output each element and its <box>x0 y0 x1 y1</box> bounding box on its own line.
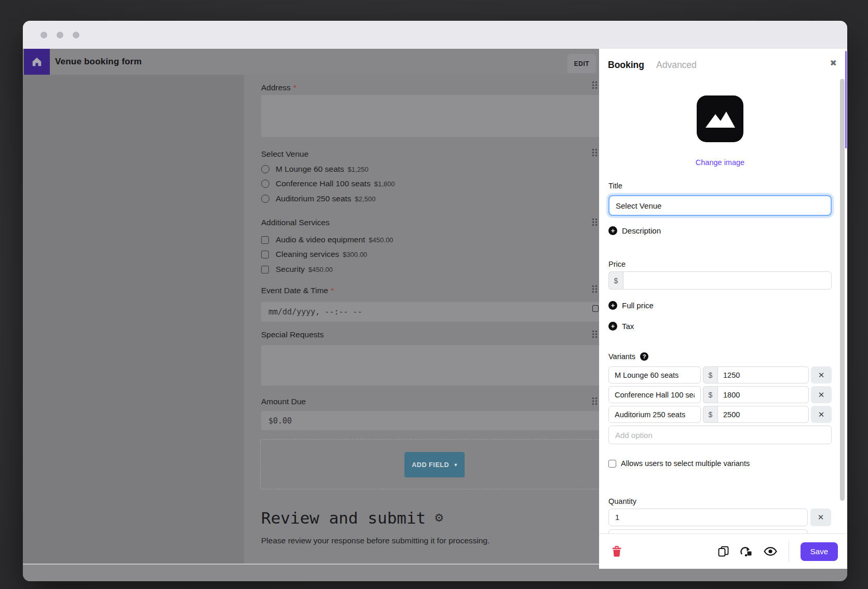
add-field-button: ADD FIELD ▾ <box>404 452 465 477</box>
special-requests-textarea <box>261 345 599 386</box>
edit-button: EDIT <box>567 54 596 73</box>
variants-label: Variants ? <box>608 352 648 361</box>
field-drag-handle <box>592 285 598 293</box>
save-button[interactable]: Save <box>801 542 838 561</box>
checkbox-icon <box>261 266 269 273</box>
image-placeholder-icon[interactable] <box>697 95 743 142</box>
amount-due-field: $0.00 <box>261 411 599 430</box>
form-canvas: Address* Select Venue M Lounge 60 seats … <box>23 75 599 564</box>
calendar-icon <box>592 305 599 312</box>
selected-field-accent-edge <box>845 51 847 148</box>
currency-addon: $ <box>703 366 717 383</box>
title-label: Title <box>608 182 622 190</box>
radio-option: Conference Hall 100 seats $1,800 <box>261 177 395 190</box>
variant-price-input[interactable] <box>717 366 809 383</box>
field-label-address: Address* <box>261 83 296 92</box>
remove-variant-button[interactable]: ✕ <box>811 366 832 383</box>
variant-row: $ ✕ <box>608 406 832 423</box>
required-asterisk: * <box>331 286 334 295</box>
variant-row: $ ✕ <box>608 366 832 383</box>
chevron-down-icon: ▾ <box>454 462 457 468</box>
tab-booking[interactable]: Booking <box>608 60 644 71</box>
review-note: Please review your response before submi… <box>261 536 490 545</box>
plus-circle-icon: + <box>608 322 617 331</box>
clear-quantity-button[interactable]: ✕ <box>810 509 831 526</box>
checkbox-icon[interactable] <box>608 460 616 468</box>
checkbox-option: Security $450.00 <box>261 263 333 276</box>
home-button <box>24 49 50 75</box>
next-field-edge <box>608 529 808 533</box>
radio-option: Auditorium 250 seats $2,500 <box>261 193 375 205</box>
window-control-dot[interactable] <box>73 32 79 38</box>
trash-icon <box>612 546 622 557</box>
form-title: Venue booking form <box>55 49 142 75</box>
quantity-label: Quantity <box>608 497 636 505</box>
quantity-input[interactable] <box>608 509 808 526</box>
price-input[interactable] <box>623 271 832 290</box>
radio-button-icon <box>261 195 269 203</box>
field-drag-handle <box>592 397 598 405</box>
duplicate-field-button[interactable] <box>718 546 729 557</box>
currency-addon: $ <box>608 271 623 290</box>
field-drag-handle <box>592 81 598 89</box>
required-asterisk: * <box>293 83 296 92</box>
checkbox-icon <box>261 251 269 258</box>
variant-name-input[interactable] <box>608 386 701 403</box>
move-field-button[interactable] <box>740 546 752 557</box>
delete-field-button[interactable] <box>612 546 622 557</box>
title-input[interactable] <box>608 195 832 216</box>
address-textarea <box>261 95 599 137</box>
field-label-select-venue: Select Venue <box>261 149 308 159</box>
datetime-input: mm/dd/yyyy, --:-- -- <box>261 302 599 322</box>
radio-option: M Lounge 60 seats $1,250 <box>261 163 369 175</box>
field-label-special-requests: Special Requests <box>261 330 324 339</box>
plus-circle-icon: + <box>608 301 617 310</box>
window-titlebar <box>23 21 847 49</box>
panel-footer: Save <box>599 533 847 569</box>
variant-name-input[interactable] <box>608 406 701 423</box>
radio-button-icon <box>261 180 269 188</box>
variant-price-input[interactable] <box>717 386 809 403</box>
panel-scrollbar[interactable] <box>840 79 845 501</box>
price-input-group: $ <box>608 271 832 290</box>
checkbox-icon <box>261 236 269 244</box>
window-control-dot[interactable] <box>57 32 63 38</box>
checkbox-option: Audio & video equipment $450.00 <box>261 234 393 246</box>
browser-window: Venue booking form EDIT Address* Select … <box>23 21 847 581</box>
review-heading: Review and submit <box>261 509 426 527</box>
remove-variant-button[interactable]: ✕ <box>811 406 832 423</box>
plus-circle-icon: + <box>608 226 617 235</box>
field-drag-handle <box>592 330 598 338</box>
add-tax-toggle[interactable]: + Tax <box>608 322 634 331</box>
radio-button-icon <box>261 165 269 173</box>
currency-addon: $ <box>703 406 717 423</box>
copy-icon <box>718 546 729 557</box>
add-option-input[interactable] <box>608 426 832 444</box>
variant-price-input[interactable] <box>717 406 809 423</box>
variant-name-input[interactable] <box>608 366 701 383</box>
variant-row: $ ✕ <box>608 386 832 403</box>
close-icon[interactable]: ✖ <box>830 58 837 68</box>
remove-variant-button[interactable]: ✕ <box>811 386 832 403</box>
desktop-background: Venue booking form EDIT Address* Select … <box>0 0 868 589</box>
sidebar-panel <box>23 75 244 564</box>
tab-advanced[interactable]: Advanced <box>656 60 697 71</box>
price-label: Price <box>608 260 626 268</box>
field-label-services: Additional Services <box>261 218 330 227</box>
multi-variant-checkbox-row[interactable]: Allows users to select multiple variants <box>608 459 750 468</box>
field-drag-handle <box>592 148 598 157</box>
footer-divider <box>789 541 789 562</box>
help-icon[interactable]: ? <box>640 352 648 361</box>
eye-icon <box>764 547 777 556</box>
add-description-toggle[interactable]: + Description <box>608 226 661 235</box>
checkbox-option: Cleaning services $300.00 <box>261 248 367 261</box>
add-full-price-toggle[interactable]: + Full price <box>608 301 654 310</box>
settings-gear-icon: ⚙ <box>434 512 444 524</box>
window-control-dot[interactable] <box>40 32 47 38</box>
change-image-link[interactable]: Change image <box>608 158 832 167</box>
preview-field-button[interactable] <box>764 547 777 556</box>
move-to-page-icon <box>740 546 752 557</box>
field-editor-panel: Booking Advanced ✖ Change image Title + … <box>599 49 847 569</box>
currency-addon: $ <box>703 386 717 403</box>
field-label-event-date: Event Date & Time* <box>261 286 334 295</box>
